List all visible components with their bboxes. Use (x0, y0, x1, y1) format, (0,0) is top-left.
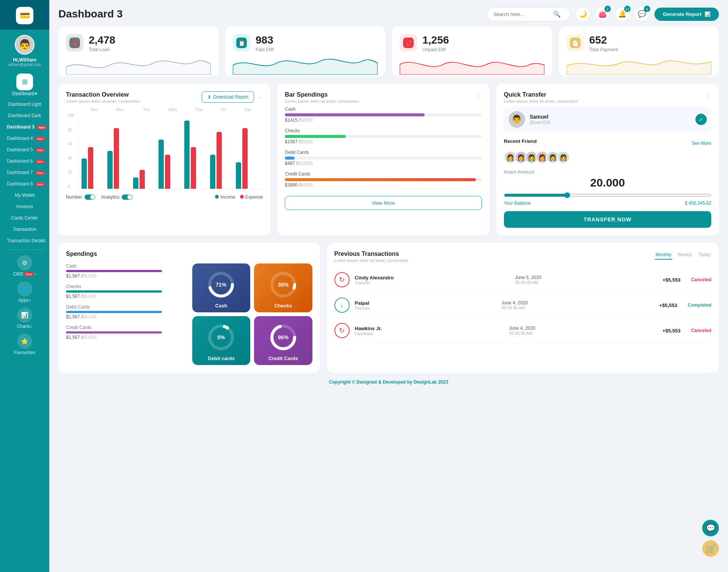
bar-spendings-more-icon[interactable]: ⋮ (475, 91, 482, 100)
income-legend-label: Income (220, 194, 235, 200)
sidebar-item-dashboard5[interactable]: Dashboard 5 New (3, 144, 46, 155)
bar-mon-red (114, 128, 119, 189)
number-toggle-switch[interactable] (85, 194, 95, 200)
bar-spendings-title: Bar Spendings (285, 91, 359, 98)
main-content: Dashboard 3 🔍 🌙 👛 2 🔔 12 💬 5 Gen (49, 0, 728, 572)
sidebar-item-transaction[interactable]: Transaction (3, 224, 46, 235)
fab-cart[interactable]: 🛒 (702, 540, 719, 557)
sidebar-item-dashboard8[interactable]: Dashboard 8 New (3, 179, 46, 189)
sidebar-nav: Dashboard Light Dashboard Dark Dashboard… (0, 99, 49, 246)
sidebar-section-cms[interactable]: ⚙ CMS New › (0, 253, 49, 279)
unpaid-emi-value: 1,256 (422, 34, 449, 46)
tab-today[interactable]: Today (698, 251, 711, 260)
footer: Copyright © Designed & Developed by Dexi… (58, 373, 719, 386)
trans-status-hawkins: Canceled (691, 328, 711, 333)
generate-report-label: Generate Report (663, 11, 701, 17)
search-input[interactable] (493, 11, 550, 17)
bar-group-sun (82, 147, 106, 189)
spending-credit-label: Credit Cards (285, 171, 482, 177)
dashboard-icon-btn[interactable]: ⊞ (16, 74, 33, 90)
avatar: 👨 (15, 35, 35, 55)
trans-amount-paipal: +$5,553 (659, 302, 677, 308)
insert-amount-label: Insert Amount (504, 169, 711, 175)
quick-transfer-user: 👨 Samuel @sam224 ✓ (504, 107, 711, 132)
chat-badge: 5 (644, 6, 650, 12)
generate-report-button[interactable]: Generate Report 📊 (654, 8, 719, 21)
spending-item-checks: Checks $1,567 /$5,000 (66, 284, 186, 299)
search-box[interactable]: 🔍 (487, 7, 570, 21)
spending-cash-label: Cash (285, 107, 482, 112)
trans-date-hawkins: June 4, 2020 05:34:45 AM (509, 326, 535, 335)
spending-item-cash: Cash $1,567 /$5,000 (66, 263, 186, 279)
notifications-btn[interactable]: 🔔 12 (615, 7, 629, 21)
trans-amount-cindy: +$5,553 (662, 277, 680, 283)
sidebar-item-my-wallet[interactable]: My Wallet (3, 190, 46, 201)
svg-text:📌: 📌 (405, 40, 412, 47)
analytics-toggle-switch[interactable] (122, 194, 132, 200)
trans-icon-paipal: ↓ (334, 298, 350, 313)
spending-item-debit: Debit Cards $1,567 /$5,000 (66, 304, 186, 320)
wallet-btn[interactable]: 👛 2 (595, 7, 610, 21)
total-loan-label: Total Loan (89, 47, 115, 52)
search-icon: 🔍 (553, 11, 561, 18)
sidebar-item-transaction-details[interactable]: Transaction Details (3, 235, 46, 246)
bar-sat-teal (236, 162, 241, 189)
spendings-content: Cash $1,567 /$5,000 Checks $1,567 /$5,00… (66, 263, 312, 365)
theme-toggle-btn[interactable]: 🌙 (576, 7, 590, 21)
amount-slider[interactable] (504, 192, 711, 198)
quick-transfer-more-icon[interactable]: ⋮ (704, 91, 711, 100)
dashboard-label[interactable]: Dashboard ▾ (12, 91, 38, 96)
download-report-button[interactable]: ⬇ Download Report (202, 91, 254, 103)
unpaid-emi-wave (400, 54, 544, 75)
trans-info-paipal: Paipal Transfer (355, 300, 370, 310)
fab-support[interactable]: 💬 (702, 520, 719, 536)
friend-avatar-6[interactable]: 👩 (557, 151, 570, 164)
sidebar-item-cards-center[interactable]: Cards Center (3, 213, 46, 223)
unpaid-emi-label: Unpaid EMI (422, 47, 449, 52)
sidebar-item-dashboard3[interactable]: Dashboard 3 New (3, 122, 46, 132)
spending-item-cash-amount: $1,567 /$5,000 (66, 273, 186, 279)
trans-row-cindy: ↻ Cindy Alexandro Transfer June 5, 2020 … (334, 267, 711, 293)
sidebar-item-invoices[interactable]: Invoices (3, 201, 46, 212)
sidebar-section-favourites[interactable]: ⭐ Favourites (0, 331, 49, 357)
tab-monthly[interactable]: Monthly (655, 251, 672, 260)
bar-wed-red (165, 155, 170, 189)
footer-text: Copyright © Designed & Developed by (329, 379, 414, 385)
spending-item-checks-label: Checks (66, 284, 186, 289)
sidebar-item-dashboard4[interactable]: Dashboard 4 New (3, 133, 46, 144)
sidebar-item-dashboard-light[interactable]: Dashboard Light (3, 99, 46, 110)
donut-checks-label: Checks (275, 303, 292, 309)
see-more-link[interactable]: See More (692, 141, 711, 146)
spending-item-credit-label: Credit Cards (66, 325, 186, 330)
spending-item-credit-amount: $1,567 /$5,000 (66, 335, 186, 340)
download-icon: ⬇ (207, 94, 211, 100)
quick-transfer-header: Quick Transfer Lorem ipsum dolor sit ame… (504, 91, 711, 103)
view-more-button[interactable]: View More (285, 196, 482, 210)
total-loan-value: 2,478 (89, 34, 115, 46)
more-options-icon[interactable]: ··· (257, 93, 263, 101)
spending-checks-label: Checks (285, 128, 482, 133)
bottom-row: Spendings Cash $1,567 /$5,000 Checks $1,… (58, 243, 719, 373)
sidebar-section-apps[interactable]: 🌐 Apps › (0, 279, 49, 305)
tab-weekly[interactable]: Weekly (677, 251, 693, 260)
sidebar-item-dashboard7[interactable]: Dashboard 7 New (3, 167, 46, 178)
transfer-now-button[interactable]: TRANSFER NOW (504, 211, 711, 228)
spending-item-checks-amount: $1,567 /$5,000 (66, 294, 186, 299)
messages-btn[interactable]: 💬 5 (635, 7, 649, 21)
bar-group-wed (158, 139, 183, 189)
donut-debit-svg: 5% (206, 322, 236, 353)
trans-type-hawkins: Cashback (355, 331, 382, 336)
sidebar-item-dashboard-dark[interactable]: Dashboard Dark (3, 110, 46, 121)
trans-row-hawkins: ↻ Hawkins Jr. Cashback June 4, 2020 05:3… (334, 318, 711, 343)
previous-transactions-title: Previous Transactions (334, 251, 409, 257)
unpaid-emi-icon: 📌 (400, 34, 417, 52)
total-payment-label: Total Payment (589, 47, 618, 52)
bar-group-mon (107, 128, 132, 189)
sidebar-item-dashboard6[interactable]: Dashboard 6 New (3, 156, 46, 166)
sidebar-section-charts[interactable]: 📊 Charts › (0, 305, 49, 331)
previous-transactions-header: Previous Transactions Lorem ipsum dolor … (334, 251, 711, 263)
trans-row-paipal: ↓ Paipal Transfer June 4, 2020 05:34:45 … (334, 293, 711, 318)
charts-icon: 📊 (17, 307, 32, 323)
expense-dot (240, 195, 244, 199)
trans-date-paipal: June 4, 2020 05:34:45 AM (502, 300, 528, 310)
